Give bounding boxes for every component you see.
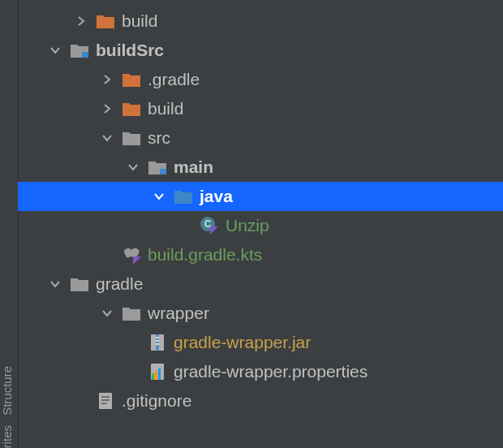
tree-item-label: build <box>148 99 183 118</box>
chevron-down-icon[interactable] <box>148 185 170 208</box>
kotlin-class-icon: C <box>200 216 219 235</box>
svg-rect-15 <box>101 399 110 401</box>
tree-item-label: java <box>200 187 233 206</box>
tree-item-label: build <box>122 11 157 31</box>
tree-item-label: .gitignore <box>122 391 191 411</box>
text-file-icon <box>96 391 115 411</box>
tree-item-label: build.gradle.kts <box>148 245 262 265</box>
tree-item-wrapper-jar[interactable]: gradle-wrapper.jar <box>18 328 503 357</box>
folder-icon <box>122 304 141 323</box>
svg-rect-14 <box>101 396 110 398</box>
chevron-right-icon[interactable] <box>96 97 118 120</box>
svg-rect-10 <box>152 373 154 380</box>
svg-rect-6 <box>156 337 159 338</box>
svg-rect-12 <box>158 368 161 380</box>
chevron-down-icon[interactable] <box>44 39 67 62</box>
chevron-down-icon[interactable] <box>122 156 144 179</box>
source-root-folder-icon <box>174 187 193 206</box>
svg-rect-8 <box>156 343 159 345</box>
tree-item-label: gradle-wrapper.properties <box>174 362 368 381</box>
spacer <box>122 331 144 354</box>
folder-excluded-icon <box>96 11 115 31</box>
svg-rect-1 <box>160 169 166 174</box>
tree-item-label: src <box>148 128 170 148</box>
folder-excluded-icon <box>122 99 141 118</box>
tree-item-build-inner[interactable]: build <box>18 94 503 123</box>
spacer <box>174 214 196 237</box>
properties-file-icon <box>148 362 167 381</box>
tree-item-build-gradle-kts[interactable]: build.gradle.kts <box>18 240 503 269</box>
tree-item-label: Unzip <box>226 216 269 235</box>
tree-item-src[interactable]: src <box>18 123 503 153</box>
tool-window-favorites[interactable]: Favorites <box>0 425 18 448</box>
spacer <box>96 243 118 266</box>
tool-window-structure[interactable]: Structure <box>0 366 18 416</box>
tree-item-wrapper-props[interactable]: gradle-wrapper.properties <box>18 357 503 386</box>
chevron-down-icon[interactable] <box>96 127 118 149</box>
chevron-down-icon[interactable] <box>96 302 118 325</box>
svg-rect-11 <box>155 371 157 380</box>
tree-item-label: main <box>174 157 213 177</box>
tree-item-label: gradle <box>96 274 143 294</box>
chevron-down-icon[interactable] <box>44 273 67 295</box>
project-tree[interactable]: build buildSrc .gradle build <box>18 0 503 448</box>
svg-rect-0 <box>82 52 88 58</box>
svg-rect-7 <box>156 340 159 342</box>
tree-item-gitignore[interactable]: .gitignore <box>18 386 503 416</box>
tree-item-java[interactable]: java <box>18 182 503 211</box>
tree-item-label: buildSrc <box>96 41 164 60</box>
tool-window-strip: Structure Favorites <box>0 0 19 448</box>
spacer <box>122 360 144 383</box>
module-folder-icon <box>70 41 89 60</box>
tree-item-label: gradle-wrapper.jar <box>174 333 311 352</box>
tree-item-label: .gradle <box>148 70 200 89</box>
svg-rect-16 <box>101 403 107 404</box>
folder-excluded-icon <box>122 70 141 89</box>
chevron-right-icon[interactable] <box>70 10 92 32</box>
tree-item-dot-gradle[interactable]: .gradle <box>18 65 503 94</box>
module-folder-icon <box>148 157 167 177</box>
gradle-kts-icon <box>122 245 141 265</box>
spacer <box>70 390 92 412</box>
jar-archive-icon <box>148 333 167 352</box>
tree-item-main[interactable]: main <box>18 153 503 182</box>
tree-item-label: wrapper <box>148 304 209 323</box>
folder-icon <box>70 274 89 294</box>
tree-item-gradle[interactable]: gradle <box>18 269 503 299</box>
folder-icon <box>122 128 141 148</box>
chevron-right-icon[interactable] <box>96 68 118 91</box>
tree-item-build[interactable]: build <box>18 6 503 36</box>
tree-item-buildsrc[interactable]: buildSrc <box>18 36 503 65</box>
tree-item-unzip[interactable]: C Unzip <box>18 211 503 240</box>
tree-item-wrapper[interactable]: wrapper <box>18 299 503 328</box>
